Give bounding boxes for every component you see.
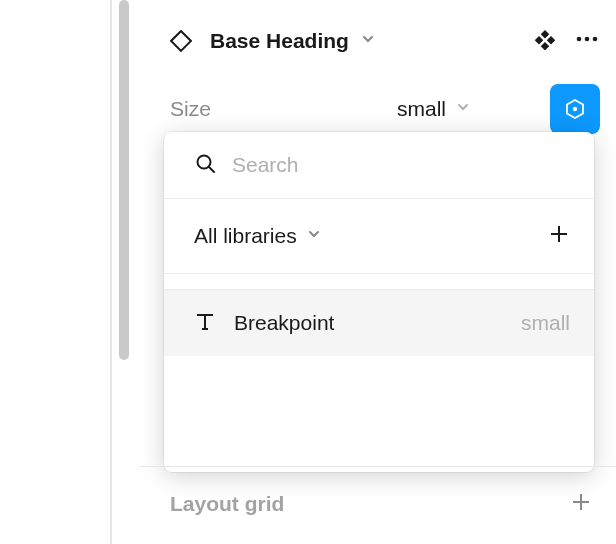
search-icon xyxy=(194,152,216,178)
more-icon[interactable] xyxy=(574,28,600,54)
svg-point-5 xyxy=(577,37,582,42)
svg-point-7 xyxy=(593,37,598,42)
scrollbar-thumb[interactable] xyxy=(119,0,129,360)
section-divider xyxy=(164,274,594,290)
property-label: Size xyxy=(170,97,397,121)
svg-rect-4 xyxy=(541,42,549,50)
svg-rect-0 xyxy=(171,31,191,51)
component-header: Base Heading xyxy=(140,0,616,68)
apply-instance-button[interactable] xyxy=(550,84,600,134)
variant-option-breakpoint[interactable]: Breakpoint small xyxy=(164,290,594,356)
variant-picker-popover: All libraries Breakpoint small xyxy=(164,132,594,472)
chevron-down-icon[interactable] xyxy=(456,100,470,118)
variants-icon[interactable] xyxy=(534,28,556,54)
popover-empty-space xyxy=(164,356,594,472)
svg-point-6 xyxy=(585,37,590,42)
inspector-panel: Base Heading Size small xyxy=(140,0,616,148)
plus-icon[interactable] xyxy=(548,223,570,249)
svg-point-8 xyxy=(573,107,577,111)
left-divider xyxy=(110,0,112,544)
libraries-label: All libraries xyxy=(194,224,297,248)
option-value: small xyxy=(521,311,570,335)
plus-icon[interactable] xyxy=(570,491,592,517)
option-label: Breakpoint xyxy=(234,311,521,335)
search-row xyxy=(164,132,594,199)
svg-rect-1 xyxy=(541,30,549,38)
chevron-down-icon[interactable] xyxy=(361,32,375,50)
layout-grid-section: Layout grid xyxy=(140,466,616,541)
svg-rect-3 xyxy=(547,36,555,44)
component-diamond-icon xyxy=(170,30,192,52)
libraries-filter[interactable]: All libraries xyxy=(164,199,594,274)
layout-grid-label: Layout grid xyxy=(170,492,570,516)
search-input[interactable] xyxy=(232,153,570,177)
component-title[interactable]: Base Heading xyxy=(210,29,349,53)
property-value[interactable]: small xyxy=(397,97,446,121)
svg-line-10 xyxy=(209,167,214,172)
svg-rect-2 xyxy=(535,36,543,44)
chevron-down-icon xyxy=(307,227,321,245)
text-style-icon xyxy=(194,310,216,336)
